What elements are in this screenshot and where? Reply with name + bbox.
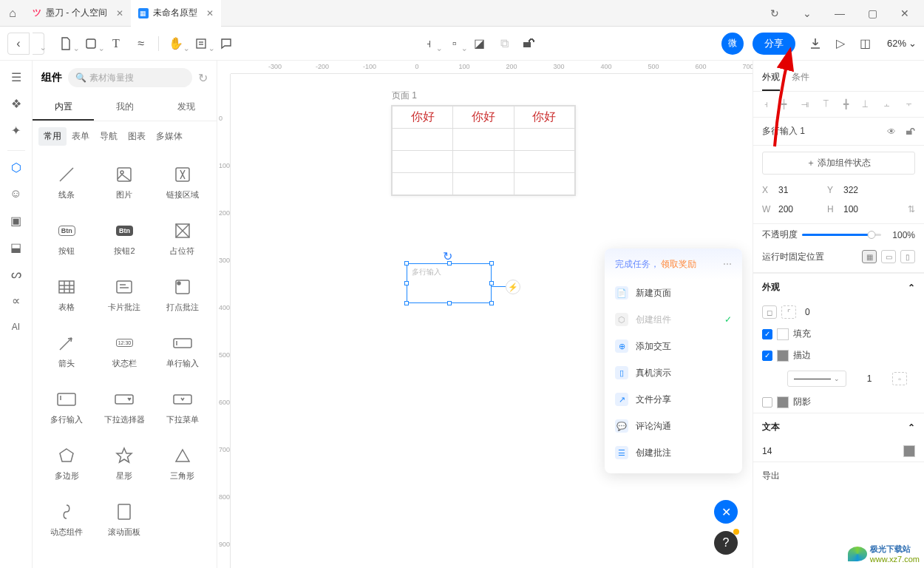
cat-nav[interactable]: 导航 — [95, 127, 123, 146]
comp-dot[interactable]: 打点批注 — [156, 268, 209, 320]
x-field[interactable] — [778, 185, 823, 195]
outline-icon[interactable]: ☰ — [6, 67, 27, 87]
appearance-section[interactable]: 外观⌃ — [753, 273, 924, 301]
dist-h-icon[interactable]: ⫠ — [881, 98, 893, 111]
subtab-discover[interactable]: 发现 — [155, 95, 217, 121]
tab-prototype[interactable]: ▦ 未命名原型 ✕ — [131, 0, 221, 27]
comp-multi-input[interactable]: 多行输入 — [40, 381, 93, 433]
comp-scroll[interactable]: 滚动面板 — [98, 493, 151, 545]
image-icon[interactable]: ▣ — [6, 210, 27, 231]
canvas-table[interactable]: 你好你好你好 — [392, 106, 575, 195]
task-annotate[interactable]: ☰创建批注 — [605, 439, 742, 466]
export-label[interactable]: 导出 — [762, 470, 780, 482]
y-field[interactable] — [843, 185, 888, 195]
play-icon[interactable]: ▷ — [829, 33, 852, 55]
add-state-button[interactable]: ＋ 添加组件状态 — [762, 152, 915, 175]
refresh-icon[interactable]: ↻ — [761, 1, 788, 25]
task-create-comp[interactable]: ⬡创建组件✓ — [605, 306, 742, 333]
search-input[interactable]: 🔍 素材海量搜 — [68, 68, 192, 87]
cat-media[interactable]: 多媒体 — [151, 127, 188, 146]
share-button[interactable]: 分享 — [753, 33, 795, 55]
subtab-builtin[interactable]: 内置 — [33, 95, 94, 121]
share-rail-icon[interactable]: ∝ — [6, 290, 27, 311]
fix-both[interactable]: ▦ — [862, 250, 877, 263]
comp-triangle[interactable]: 三角形 — [156, 437, 209, 489]
layout-icon[interactable]: ◫ — [855, 33, 877, 55]
shadow-checkbox[interactable] — [762, 397, 772, 408]
eye-icon[interactable]: 👁 — [887, 126, 896, 137]
task-add-interact[interactable]: ⊕添加交互 — [605, 333, 742, 359]
layers-icon[interactable]: ❖ — [6, 93, 27, 114]
align-left-tool[interactable]: ⫞ — [418, 33, 440, 55]
link-wh-icon[interactable]: ⇅ — [908, 204, 915, 214]
radius-all-icon[interactable]: ◻ — [762, 305, 777, 319]
text-color-swatch[interactable] — [903, 445, 915, 457]
task-preview[interactable]: ▯真机演示 — [605, 359, 742, 386]
comp-status[interactable]: 12:30状态栏 — [98, 325, 151, 376]
dist-v-icon[interactable]: ⫟ — [903, 98, 915, 111]
radius-field[interactable] — [805, 307, 849, 317]
tab-workspace[interactable]: ツ 墨刀 - 个人空间 ✕ — [25, 0, 131, 27]
artboard-page1[interactable]: 页面 1 你好你好你好 — [391, 105, 576, 196]
stroke-pos-icon[interactable]: ▫ — [892, 372, 907, 385]
emoji-icon[interactable]: ☺ — [6, 183, 27, 204]
assets-icon[interactable]: ✦ — [6, 120, 27, 141]
cat-chart[interactable]: 图表 — [123, 127, 151, 146]
comp-select[interactable]: 下拉选择器 — [98, 381, 151, 433]
comp-polygon[interactable]: 多边形 — [40, 437, 93, 489]
chevron-down-icon[interactable]: ⌄ — [794, 1, 821, 25]
distribute-tool[interactable]: ▫ — [443, 33, 465, 55]
close-icon[interactable]: ✕ — [206, 8, 214, 18]
combine-tool[interactable]: ◪ — [468, 33, 490, 55]
task-share[interactable]: ↗文件分享 — [605, 386, 742, 413]
selected-textarea[interactable]: 多行输入 — [407, 263, 492, 303]
comp-link[interactable]: 链接区域 — [156, 156, 209, 208]
maximize-icon[interactable]: ▢ — [859, 1, 886, 25]
rp-tab-appearance[interactable]: 外观 — [762, 67, 780, 91]
radius-indep-icon[interactable]: ⌜ — [781, 305, 796, 319]
comp-card[interactable]: 卡片批注 — [98, 268, 151, 320]
comp-line[interactable]: 线条 — [40, 156, 93, 208]
cat-form[interactable]: 表单 — [67, 127, 95, 146]
comp-star[interactable]: 星形 — [98, 437, 151, 489]
text-tool[interactable]: T — [105, 33, 127, 55]
fab-close[interactable]: ✕ — [714, 500, 738, 524]
opacity-slider[interactable] — [802, 234, 881, 236]
download-icon[interactable] — [804, 33, 826, 55]
task-comment[interactable]: 💬评论沟通 — [605, 413, 742, 439]
comp-single-input[interactable]: 单行输入 — [156, 325, 209, 376]
align-top-icon[interactable]: ⟙ — [821, 98, 831, 111]
align-right-icon[interactable]: ⫣ — [799, 98, 811, 111]
align-vcenter-icon[interactable]: ╋ — [842, 98, 850, 111]
back-dropdown[interactable] — [33, 33, 44, 55]
rp-tab-event[interactable]: 条件 — [792, 67, 809, 91]
lock-icon[interactable]: 🔓︎ — [906, 126, 915, 137]
h-field[interactable] — [843, 204, 888, 214]
page-tool[interactable] — [55, 33, 77, 55]
fix-h[interactable]: ▭ — [881, 250, 896, 263]
comp-image[interactable]: 图片 — [98, 156, 151, 208]
fix-v[interactable]: ▯ — [900, 250, 915, 263]
comp-placeholder[interactable]: 占位符 — [156, 212, 209, 264]
align-hcenter-icon[interactable]: ┿ — [780, 98, 788, 111]
link-tool[interactable]: ≈ — [130, 33, 152, 55]
group-tool[interactable]: ⧉ — [493, 33, 515, 55]
comment-tool[interactable] — [215, 33, 237, 55]
w-field[interactable] — [778, 204, 823, 214]
stroke-style[interactable]: ⌄ — [787, 371, 846, 387]
comp-arrow[interactable]: 箭头 — [40, 325, 93, 376]
fill-swatch[interactable] — [777, 328, 789, 340]
comp-button2[interactable]: Btn按钮2 — [98, 212, 151, 264]
ai-icon[interactable]: AI — [6, 317, 27, 337]
stroke-width-field[interactable] — [858, 373, 880, 384]
close-icon[interactable]: ✕ — [116, 8, 123, 18]
unlock-tool[interactable]: 🔓︎ — [518, 33, 540, 55]
close-window-icon[interactable]: ✕ — [891, 1, 918, 25]
comp-menu[interactable]: 下拉菜单 — [156, 381, 209, 433]
fill-checkbox[interactable]: ✓ — [762, 329, 772, 339]
hand-tool[interactable]: ✋ — [165, 33, 187, 55]
align-bottom-icon[interactable]: ⟘ — [860, 98, 870, 111]
interaction-node[interactable]: ⚡ — [506, 280, 520, 294]
task-new-page[interactable]: 📄新建页面 — [605, 280, 742, 306]
align-left-icon[interactable]: ⫞ — [762, 98, 770, 111]
